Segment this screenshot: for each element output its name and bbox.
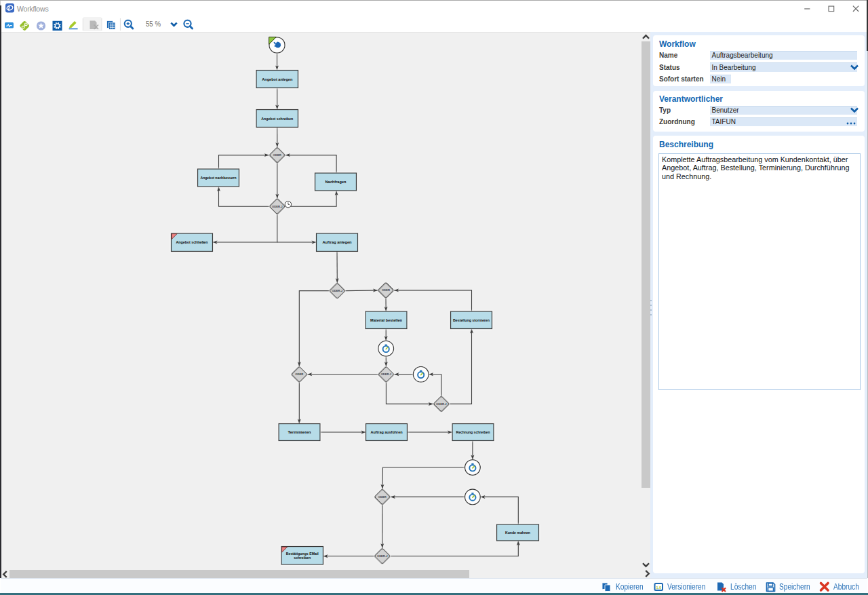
svg-text:Nachfragen: Nachfragen	[326, 179, 347, 184]
svg-text:Material bestellen: Material bestellen	[370, 318, 402, 322]
svg-text:ODER-J: ODER-J	[272, 205, 283, 208]
svg-text:55 %: 55 %	[146, 20, 161, 28]
svg-text:schreiben: schreiben	[294, 555, 311, 560]
svg-text:Terminieren: Terminieren	[288, 429, 311, 434]
svg-text:ODER-J: ODER-J	[377, 554, 388, 558]
svg-text:1.0: 1.0	[656, 586, 661, 590]
svg-text:Angebot anlegen: Angebot anlegen	[262, 77, 292, 81]
svg-text:Bestellung stornieren: Bestellung stornieren	[453, 318, 490, 322]
svg-text:Rechnung schreiben: Rechnung schreiben	[456, 429, 490, 434]
svg-text:ODER: ODER	[378, 495, 387, 499]
svg-text:ODER-J: ODER-J	[332, 289, 343, 292]
svg-text:ODER: ODER	[273, 153, 281, 157]
svg-text:ODER-J: ODER-J	[381, 372, 392, 376]
svg-text:Angebot schreiben: Angebot schreiben	[261, 116, 293, 121]
svg-text:Angebot nachbessern: Angebot nachbessern	[201, 175, 237, 180]
svg-text:ODER: ODER	[295, 372, 303, 376]
svg-text:Kunde mahnen: Kunde mahnen	[505, 530, 530, 535]
svg-text:Auftrag ausführen: Auftrag ausführen	[371, 429, 403, 434]
svg-text:ODER: ODER	[382, 288, 390, 292]
svg-text:ODER-J: ODER-J	[436, 402, 447, 406]
svg-text:Auftrag anlegen: Auftrag anlegen	[323, 239, 352, 244]
svg-text:Angebot schließen: Angebot schließen	[176, 239, 208, 244]
